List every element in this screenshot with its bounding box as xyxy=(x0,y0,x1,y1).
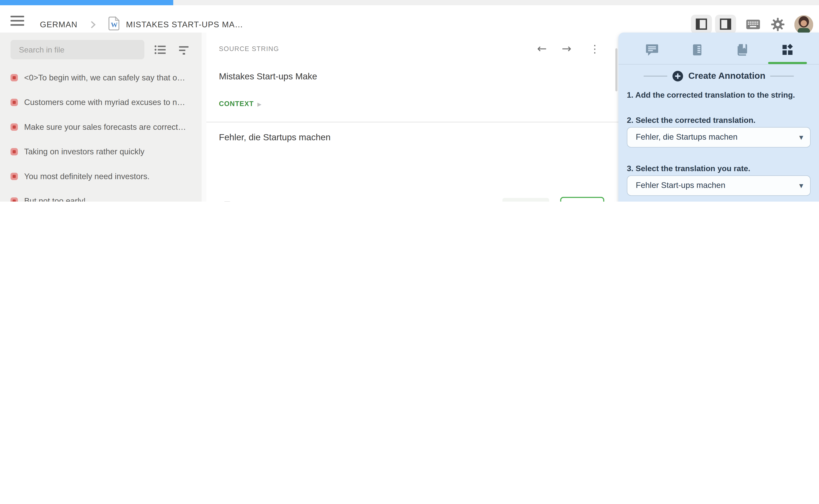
string-list-item[interactable]: Taking on investors rather quickly xyxy=(0,139,206,164)
string-list-item[interactable]: You most definitely need investors. xyxy=(0,164,206,189)
main-scrollbar-thumb[interactable] xyxy=(615,48,617,91)
translation-input[interactable]: Fehler, die Startups machen xyxy=(219,132,331,143)
string-list: <0>To begin with, we can safely say that… xyxy=(0,65,206,202)
string-list-item[interactable]: <0>To begin with, we can safely say that… xyxy=(0,65,206,90)
status-untranslated-icon xyxy=(11,74,18,81)
comment-icon xyxy=(645,43,659,57)
document-info-icon xyxy=(690,43,704,57)
source-string-text: Mistakes Start-ups Make xyxy=(219,71,317,82)
active-tab-indicator xyxy=(768,62,807,64)
view-list-icon[interactable] xyxy=(154,45,167,55)
breadcrumb-file-title: MISTAKES START-UPS MA… xyxy=(126,20,243,29)
settings-gear-icon[interactable] xyxy=(771,17,785,32)
status-untranslated-icon xyxy=(11,98,18,106)
previous-string-button[interactable]: ← xyxy=(537,42,547,55)
status-untranslated-icon xyxy=(11,123,18,130)
create-annotation-header: Create Annotation xyxy=(618,68,819,84)
breadcrumb-project[interactable]: GERMAN xyxy=(40,20,77,29)
search-input[interactable] xyxy=(18,45,138,55)
annotation-shapes-icon xyxy=(781,43,794,57)
sidebar-scrollbar[interactable] xyxy=(202,33,206,202)
string-list-item[interactable]: Make sure your sales forecasts are corre… xyxy=(0,114,206,139)
string-list-item[interactable]: But not too early! xyxy=(0,189,206,202)
status-untranslated-icon xyxy=(11,197,18,202)
corrected-translation-select[interactable]: Fehler, die Startups machen ▼ xyxy=(627,127,811,148)
tab-annotations-active[interactable] xyxy=(777,41,798,59)
tab-comments[interactable] xyxy=(642,41,663,59)
toggle-right-panel-button[interactable] xyxy=(715,15,736,34)
editor-window: GERMAN W MISTAKES START-UPS MA… xyxy=(0,0,819,202)
copy-source-icon[interactable] xyxy=(222,201,236,202)
delete-translation-icon[interactable] xyxy=(249,201,261,202)
string-list-item[interactable]: Customers come with myriad excuses to n… xyxy=(0,90,206,115)
tab-context-info[interactable] xyxy=(687,41,708,59)
filter-icon[interactable] xyxy=(179,46,190,55)
select-text-icon[interactable] xyxy=(273,201,287,202)
step-2-instruction: 2. Select the corrected translation. xyxy=(627,114,812,126)
layout-right-icon xyxy=(719,18,732,30)
next-string-button[interactable]: → xyxy=(562,42,571,55)
more-options-icon[interactable]: ⋮ xyxy=(590,43,600,55)
breadcrumb-chevron-icon xyxy=(90,21,96,29)
select-caret-icon: ▼ xyxy=(799,183,803,189)
user-avatar[interactable] xyxy=(794,15,813,34)
annotation-card: Create Annotation 1. Add the corrected t… xyxy=(618,33,819,202)
status-untranslated-icon xyxy=(11,172,18,180)
expand-triangle-icon: ▶ xyxy=(257,101,262,107)
header-bar: GERMAN W MISTAKES START-UPS MA… xyxy=(0,5,819,33)
status-untranslated-icon xyxy=(11,148,18,155)
create-annotation-title: Create Annotation xyxy=(688,71,765,81)
strings-sidebar: <0>To begin with, we can safely say that… xyxy=(0,33,206,202)
layout-left-icon xyxy=(695,18,708,30)
source-section-label: SOURCE STRING xyxy=(219,45,279,53)
save-button[interactable]: SAVE xyxy=(560,197,604,202)
search-box xyxy=(11,40,144,59)
context-toggle[interactable]: CONTEXT▶ xyxy=(219,100,262,108)
rated-translation-select[interactable]: Fehler Start-ups machen ▼ xyxy=(627,175,811,196)
word-file-icon: W xyxy=(108,16,120,31)
right-panel: Create Annotation 1. Add the corrected t… xyxy=(618,33,819,202)
svg-text:W: W xyxy=(111,21,118,29)
menu-icon[interactable] xyxy=(11,16,24,28)
char-counter: 23 · 27 xyxy=(503,198,549,202)
keyboard-shortcuts-icon[interactable] xyxy=(746,20,760,30)
divider xyxy=(618,64,819,65)
toggle-left-panel-button[interactable] xyxy=(691,15,712,34)
step-3-instruction: 3. Select the translation you rate. xyxy=(627,163,812,174)
select-caret-icon: ▼ xyxy=(799,134,803,140)
glossary-book-icon xyxy=(736,43,749,57)
progress-fill xyxy=(0,0,173,5)
add-circle-icon xyxy=(672,70,684,82)
editor-main: SOURCE STRING ← → ⋮ Mistakes Start-ups M… xyxy=(206,33,619,202)
tab-glossary[interactable] xyxy=(732,41,753,59)
divider xyxy=(206,122,619,122)
progress-track xyxy=(0,0,819,5)
step-1-instruction: 1. Add the corrected translation to the … xyxy=(627,89,812,100)
